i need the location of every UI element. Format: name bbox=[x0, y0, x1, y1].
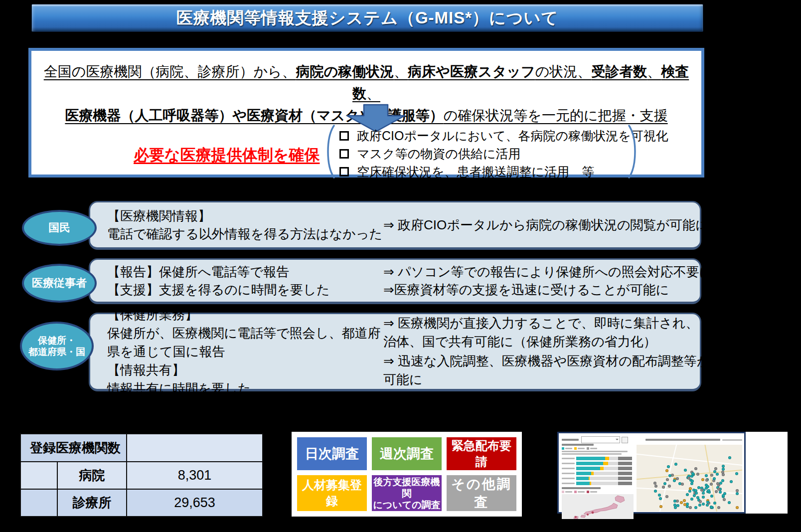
stacked-bar bbox=[576, 457, 632, 460]
table-header-empty bbox=[127, 434, 263, 462]
bar-segment bbox=[591, 482, 618, 485]
table-header-row: 登録医療機関数 bbox=[20, 434, 263, 462]
map-pin-icon bbox=[653, 482, 656, 485]
legend-label-placeholder bbox=[590, 448, 597, 449]
map-pin-icon bbox=[663, 482, 666, 485]
map-pin-icon bbox=[654, 490, 657, 493]
bar-segment bbox=[576, 457, 605, 460]
stacked-bar bbox=[576, 477, 632, 480]
map-pin-icon bbox=[676, 477, 679, 480]
tile-recruitment: 人材募集登録 bbox=[297, 475, 367, 511]
row-citizens-before: 【医療機関情報】電話で確認する以外情報を得る方法はなかった bbox=[107, 202, 379, 247]
occupancy-bars bbox=[562, 457, 634, 485]
map-pin-icon bbox=[717, 488, 720, 491]
map-pin-icon bbox=[674, 463, 677, 466]
legend-swatch-gray bbox=[587, 447, 589, 450]
map-pin-icon bbox=[722, 465, 725, 468]
map-pin-icon bbox=[736, 489, 739, 492]
stacked-bar bbox=[576, 462, 632, 465]
occupancy-bar-row bbox=[562, 477, 634, 480]
map-pin-icon bbox=[659, 497, 662, 500]
gmis-dashboard-thumbnail bbox=[557, 432, 746, 514]
map-pin-icon bbox=[673, 479, 676, 482]
map-pin-icon bbox=[706, 501, 709, 504]
use-case-item: マスク等の物資の供給に活用 bbox=[339, 145, 632, 163]
map-pin-icon bbox=[662, 486, 665, 489]
bar-segment bbox=[590, 477, 618, 480]
map-pin-icon bbox=[699, 500, 702, 503]
text-segment: の状況、 bbox=[535, 64, 592, 79]
map-legend bbox=[562, 491, 634, 493]
map-pin-icon bbox=[691, 480, 694, 483]
map-pin-icon bbox=[715, 490, 718, 493]
overview-box: 全国の医療機関（病院、診療所）から、病院の稼働状況、病床や医療スタッフの状況、受… bbox=[28, 48, 704, 177]
map-pin-icon bbox=[666, 478, 669, 481]
text-segment: 、 bbox=[647, 64, 661, 79]
occupancy-bar-row bbox=[562, 467, 634, 470]
legend-swatch-crimson bbox=[587, 491, 589, 493]
map-pin-icon bbox=[683, 499, 686, 502]
map-pin-icon bbox=[686, 505, 689, 508]
bar-label-placeholder bbox=[562, 478, 575, 479]
map-pin-icon bbox=[700, 489, 703, 492]
bar-segment bbox=[618, 482, 632, 485]
legend-swatch-pink bbox=[574, 491, 577, 493]
bar-segment bbox=[604, 467, 618, 470]
map-pin-icon bbox=[706, 485, 709, 488]
map-pin-icon bbox=[681, 483, 684, 486]
map-pin-icon bbox=[736, 506, 739, 509]
actor-badge-citizens: 国民 bbox=[22, 210, 97, 246]
dashboard-toolbar bbox=[562, 436, 742, 444]
tile-emergency-request: 緊急配布要請 bbox=[447, 437, 516, 470]
bar-segment bbox=[618, 457, 632, 460]
bar-label-placeholder bbox=[562, 458, 575, 459]
map-pin-icon bbox=[717, 506, 720, 509]
table-title: 登録医療機関数 bbox=[20, 434, 127, 462]
dashboard-note-placeholder bbox=[722, 439, 742, 441]
text-line: ⇒ 医療機関が直接入力することで、即時に集計され、 自 bbox=[383, 314, 692, 333]
bar-label-placeholder bbox=[562, 473, 575, 474]
stacked-bar bbox=[576, 472, 632, 475]
map-pin-icon bbox=[719, 491, 722, 494]
caption-placeholder bbox=[562, 453, 622, 455]
map-pin-icon bbox=[696, 473, 699, 476]
map-pin-icon bbox=[730, 480, 733, 483]
map-pin-icon bbox=[728, 456, 731, 459]
map-pin-icon bbox=[697, 486, 700, 489]
use-case-text: 空床確保状況を、患者搬送調整に活用 等 bbox=[357, 163, 594, 180]
map-pin-icon bbox=[714, 467, 717, 470]
survey-tiles-panel: 日次調査 週次調査 緊急配布要請 人材募集登録 後方支援医療機関 についての調査… bbox=[292, 432, 522, 517]
tile-weekly-survey: 週次調査 bbox=[372, 437, 442, 470]
dashboard-note-placeholder bbox=[645, 439, 720, 441]
map-pin-icon bbox=[674, 506, 677, 509]
bar-segment bbox=[576, 477, 589, 480]
map-road bbox=[637, 453, 742, 468]
checkbox-icon bbox=[339, 131, 349, 141]
legend-swatch-teal bbox=[562, 447, 564, 450]
stacked-bar bbox=[576, 467, 632, 470]
stacked-bar bbox=[576, 482, 632, 485]
actor-badge-medical-staff: 医療従事者 bbox=[22, 264, 97, 303]
map-pin-icon bbox=[702, 503, 705, 506]
table-row: 診療所 29,653 bbox=[20, 489, 263, 517]
refresh-button-icon bbox=[622, 437, 628, 443]
bar-segment bbox=[618, 477, 632, 480]
map-pin-icon bbox=[668, 474, 671, 477]
caption-placeholder bbox=[562, 451, 628, 452]
text-line: 治体、国で共有可能に（保健所業務の省力化） bbox=[383, 333, 692, 351]
dashboard-body bbox=[562, 444, 742, 512]
map-pin-icon bbox=[665, 495, 668, 498]
legend-label-placeholder bbox=[565, 491, 572, 493]
occupancy-bar-row bbox=[562, 457, 634, 460]
text-line: 国民 bbox=[48, 221, 70, 234]
row-medical-staff-after: ⇒ パソコン等での報告により保健所への照会対応不要に⇒医療資材等の支援を迅速に受… bbox=[383, 260, 692, 302]
bracket-left-icon bbox=[324, 124, 335, 181]
map-pin-icon bbox=[710, 495, 713, 498]
table-row-label: 診療所 bbox=[57, 489, 127, 517]
text-line: 保健所が、医療機関に電話等で照会し、都道府 bbox=[107, 324, 379, 343]
legend-label-placeholder bbox=[578, 448, 585, 449]
map-pin-icon bbox=[728, 501, 731, 504]
legend-swatch-pink-light bbox=[562, 491, 564, 493]
legend-label-placeholder bbox=[590, 491, 597, 493]
bar-label-placeholder bbox=[562, 468, 575, 469]
